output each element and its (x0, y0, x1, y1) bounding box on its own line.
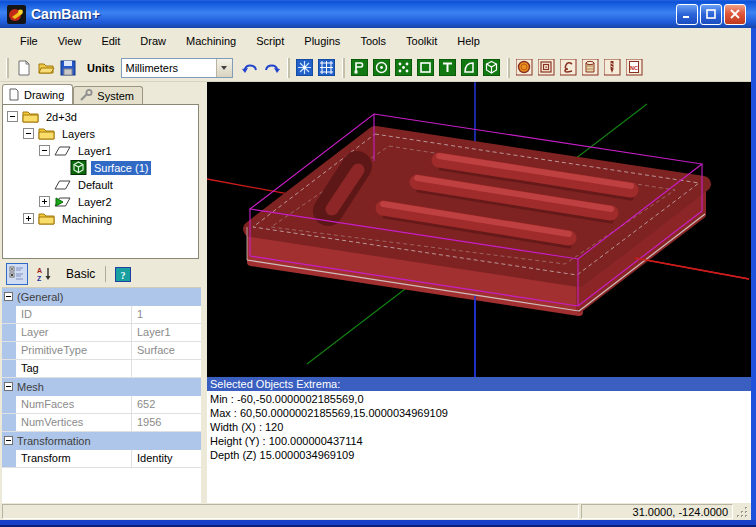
property-row-numfaces[interactable]: NumFaces 652 (2, 396, 201, 414)
property-row-id[interactable]: ID 1 (2, 306, 201, 324)
collapse-icon[interactable] (4, 436, 13, 445)
mach-engrave-button[interactable] (558, 57, 580, 79)
property-label[interactable]: NumFaces (16, 396, 132, 413)
wrench-icon (79, 89, 93, 102)
folder-icon (38, 211, 55, 226)
property-label[interactable]: PrimitiveType (16, 342, 132, 359)
combo-dropdown-icon[interactable] (216, 59, 232, 77)
toolbar-grip[interactable] (287, 58, 290, 78)
maximize-icon (706, 9, 716, 19)
property-row-layer[interactable]: Layer Layer1 (2, 324, 201, 342)
property-category[interactable]: Mesh (2, 378, 201, 396)
tree-label[interactable]: Layer2 (75, 195, 115, 209)
property-value: 1 (132, 306, 201, 323)
menu-script[interactable]: Script (246, 32, 294, 50)
expand-icon[interactable] (23, 213, 34, 224)
menu-toolkit[interactable]: Toolkit (396, 32, 447, 50)
redo-button[interactable] (261, 57, 283, 79)
menu-machining[interactable]: Machining (176, 32, 246, 50)
property-category[interactable]: Transformation (2, 432, 201, 450)
draw-arc-button[interactable] (459, 57, 481, 79)
property-row-tag[interactable]: Tag (2, 360, 201, 378)
property-row-transform[interactable]: Transform Identity (2, 450, 201, 468)
menu-file[interactable]: File (10, 32, 48, 50)
close-button[interactable] (724, 4, 746, 25)
tree-item-layer1[interactable]: Layer1 (3, 142, 198, 159)
mach-gcode-icon: NC (626, 59, 643, 76)
property-value-input[interactable] (132, 360, 201, 377)
open-file-button[interactable] (35, 57, 57, 79)
property-label[interactable]: Transform (16, 450, 132, 467)
category-label: (General) (17, 291, 63, 303)
tree-label[interactable]: Machining (59, 212, 115, 226)
sort-alphabetical-button[interactable]: A Z (34, 263, 56, 285)
menu-help[interactable]: Help (447, 32, 490, 50)
undo-button[interactable] (239, 57, 261, 79)
menu-tools[interactable]: Tools (350, 32, 396, 50)
mach-lathe-button[interactable] (580, 57, 602, 79)
toolbar-grip[interactable] (6, 58, 9, 78)
menu-plugins[interactable]: Plugins (294, 32, 350, 50)
collapse-icon[interactable] (39, 145, 50, 156)
draw-circle-button[interactable] (371, 57, 393, 79)
menu-edit[interactable]: Edit (91, 32, 130, 50)
resize-grip[interactable] (735, 504, 749, 519)
property-label[interactable]: NumVertices (16, 414, 132, 431)
basic-button[interactable]: Basic (62, 267, 99, 281)
toolbar-grip[interactable] (342, 58, 345, 78)
tree-item-2d3d[interactable]: 2d+3d (3, 108, 198, 125)
minimize-button[interactable] (676, 4, 698, 25)
collapse-icon[interactable] (4, 292, 13, 301)
property-label[interactable]: ID (16, 306, 132, 323)
collapse-icon[interactable] (23, 128, 34, 139)
tree-item-layer2[interactable]: Layer2 (3, 193, 198, 210)
tree-label[interactable]: Layers (59, 127, 98, 141)
layer-active-icon (54, 194, 71, 209)
cursor-coordinates: 31.0000, -124.0000 (581, 504, 733, 519)
mach-profile-button[interactable] (514, 57, 536, 79)
tree-label-selected[interactable]: Surface (1) (91, 161, 151, 175)
draw-surface-button[interactable] (481, 57, 503, 79)
mach-drill-button[interactable] (602, 57, 624, 79)
tree-item-surface[interactable]: Surface (1) (3, 159, 198, 176)
collapse-icon[interactable] (7, 111, 18, 122)
draw-circle-icon (373, 59, 390, 76)
mach-gcode-button[interactable]: NC (624, 57, 646, 79)
draw-rectangle-icon (417, 59, 434, 76)
maximize-button[interactable] (700, 4, 722, 25)
property-row-numvertices[interactable]: NumVertices 1956 (2, 414, 201, 432)
categorized-button[interactable] (6, 263, 28, 285)
property-value-input[interactable]: Identity (132, 450, 201, 467)
tab-system[interactable]: System (73, 86, 143, 104)
tree-item-machining[interactable]: Machining (3, 210, 198, 227)
new-file-button[interactable] (13, 57, 35, 79)
units-combobox[interactable]: Millimeters (121, 58, 233, 78)
mach-pocket-button[interactable] (536, 57, 558, 79)
sort-az-icon: A Z (36, 266, 54, 282)
viewport-3d[interactable] (207, 82, 751, 377)
tree-item-default[interactable]: Default (3, 176, 198, 193)
property-label[interactable]: Tag (16, 360, 132, 377)
snap-points-button[interactable] (294, 57, 316, 79)
snap-grid-button[interactable] (316, 57, 338, 79)
expand-icon[interactable] (39, 196, 50, 207)
draw-rectangle-button[interactable] (415, 57, 437, 79)
collapse-icon[interactable] (4, 382, 13, 391)
tree-label[interactable]: Default (75, 178, 116, 192)
save-file-button[interactable] (57, 57, 79, 79)
tree-item-layers[interactable]: Layers (3, 125, 198, 142)
draw-polyline-button[interactable] (349, 57, 371, 79)
toolbar-grip[interactable] (507, 58, 510, 78)
titlebar[interactable]: CamBam+ (0, 0, 756, 28)
tree-label[interactable]: Layer1 (75, 144, 115, 158)
tree-label[interactable]: 2d+3d (43, 110, 80, 124)
menu-draw[interactable]: Draw (130, 32, 176, 50)
help-button[interactable]: ? (112, 263, 134, 285)
property-label[interactable]: Layer (16, 324, 132, 341)
property-row-primitivetype[interactable]: PrimitiveType Surface (2, 342, 201, 360)
menu-view[interactable]: View (48, 32, 92, 50)
draw-text-button[interactable] (437, 57, 459, 79)
tab-drawing[interactable]: Drawing (2, 84, 73, 104)
property-category[interactable]: (General) (2, 288, 201, 306)
draw-points-button[interactable] (393, 57, 415, 79)
